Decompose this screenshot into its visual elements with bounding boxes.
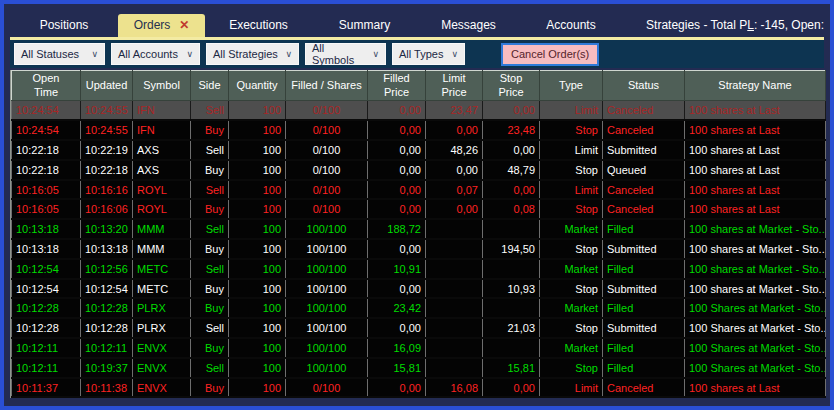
table-row[interactable]: 10:11:3710:11:38ENVXBuy1000/1000,0016,08… [12,378,826,398]
filter-dropdown-all-accounts[interactable]: All Accounts∨ [111,43,200,65]
cell-updated: 10:13:20 [81,219,133,239]
cell-stop_price: 48,79 [483,160,540,180]
cell-side: Sell [191,140,229,160]
cell-limit_price: 0,00 [426,199,483,219]
cancel-orders-button[interactable]: Cancel Order(s) [501,43,599,66]
cell-symbol: METC [133,259,191,279]
column-header-updated[interactable]: Updated [81,71,133,101]
table-row[interactable]: 10:12:5410:12:54METCBuy100100/1000,0010,… [12,279,826,299]
tab-summary[interactable]: Summary [312,14,417,37]
cell-updated: 10:22:18 [81,160,133,180]
cell-type: Market [540,219,603,239]
column-header-side[interactable]: Side [191,71,229,101]
tab-orders[interactable]: Orders✕ [118,14,205,37]
tab-executions[interactable]: Executions [205,14,312,37]
cell-limit_price [426,259,483,279]
column-header-symbol[interactable]: Symbol [133,71,191,101]
tab-label: Orders [134,14,171,37]
table-row[interactable]: 10:12:2810:12:28PLRXSell100100/1000,0021… [12,318,826,338]
cell-side: Buy [191,120,229,140]
table-row[interactable]: 10:16:0510:16:06ROYLBuy1000/1000,000,000… [12,199,826,219]
cell-side: Buy [191,338,229,358]
column-header-type[interactable]: Type [540,71,603,101]
filter-dropdown-all-strategies[interactable]: All Strategies∨ [206,43,299,65]
tab-accounts[interactable]: Accounts [520,14,622,37]
table-row[interactable]: 10:13:1810:13:18MMMBuy100100/1000,00194,… [12,239,826,259]
cell-filled_price: 0,00 [368,101,426,121]
cell-filled_shares: 0/100 [286,180,368,200]
cell-type: Limit [540,140,603,160]
dropdown-selected-value: All Strategies [213,48,278,60]
cell-stop_price [483,219,540,239]
cell-symbol: ENVX [133,338,191,358]
table-row[interactable]: 10:16:0510:16:16ROYLSell1000/1000,000,07… [12,180,826,200]
table-row[interactable]: 10:12:2810:12:28PLRXBuy100100/10023,42Ma… [12,298,826,318]
column-header-status[interactable]: Status [603,71,685,101]
cell-strategy_name: 100 shares at Last [685,378,826,398]
cell-filled_price: 16,09 [368,338,426,358]
cell-quantity: 100 [229,259,286,279]
cell-filled_shares: 100/100 [286,279,368,299]
column-header-stop_price[interactable]: Stop Price [483,71,540,101]
table-row[interactable]: 10:22:1810:22:19AXSSell1000/1000,0048,26… [12,140,826,160]
orders-table: Open TimeUpdatedSymbolSideQuantityFilled… [11,70,826,398]
cell-stop_price: 0,00 [483,140,540,160]
filter-dropdown-all-types[interactable]: All Types∨ [392,43,465,65]
cell-updated: 10:12:56 [81,259,133,279]
column-header-limit_price[interactable]: Limit Price [426,71,483,101]
orders-table-body: 10:24:5410:24:55IFNSell1000/1000,0023,47… [12,101,826,398]
cell-status: Canceled [603,378,685,398]
dropdown-selected-value: All Symbols [312,42,366,66]
cell-open_time: 10:11:37 [12,378,81,398]
cell-type: Market [540,259,603,279]
cell-strategy_name: 100 shares at Last [685,180,826,200]
column-header-quantity[interactable]: Quantity [229,71,286,101]
cell-filled_shares: 100/100 [286,259,368,279]
close-icon[interactable]: ✕ [179,14,189,37]
column-header-filled_price[interactable]: Filled Price [368,71,426,101]
cell-status: Filled [603,338,685,358]
strategies-summary-underline: L [747,18,754,32]
table-row[interactable]: 10:22:1810:22:18AXSBuy1000/1000,000,0048… [12,160,826,180]
tab-messages[interactable]: Messages [417,14,520,37]
column-header-open_time[interactable]: Open Time [12,71,81,101]
cell-side: Sell [191,219,229,239]
cell-limit_price: 0,07 [426,180,483,200]
cell-side: Buy [191,239,229,259]
cell-symbol: IFN [133,120,191,140]
cell-symbol: PLRX [133,298,191,318]
cell-status: Submitted [603,140,685,160]
cell-side: Sell [191,259,229,279]
table-row[interactable]: 10:12:1110:19:37ENVXSell100100/10015,811… [12,358,826,378]
cell-side: Sell [191,101,229,121]
cell-stop_price: 0,08 [483,199,540,219]
strategies-summary: Strategies - Total PL: -145, Open: [622,14,824,37]
column-header-strategy_name[interactable]: Strategy Name [685,71,826,101]
cell-updated: 10:24:55 [81,120,133,140]
cell-strategy_name: 100 Shares at Market - Sto... [685,338,826,358]
filter-bar: All Statuses∨All Accounts∨All Strategies… [10,40,824,68]
table-row[interactable]: 10:12:5410:12:56METCSell100100/10010,91M… [12,259,826,279]
chevron-down-icon: ∨ [372,49,379,59]
table-row[interactable]: 10:12:1110:12:11ENVXBuy100100/10016,09Ma… [12,338,826,358]
cell-filled_shares: 0/100 [286,120,368,140]
chevron-down-icon: ∨ [451,49,458,59]
cell-limit_price: 23,47 [426,101,483,121]
filter-dropdown-all-statuses[interactable]: All Statuses∨ [14,43,105,65]
cell-side: Sell [191,318,229,338]
cell-quantity: 100 [229,239,286,259]
cell-quantity: 100 [229,160,286,180]
filter-dropdown-all-symbols[interactable]: All Symbols∨ [305,43,386,65]
table-row[interactable]: 10:24:5410:24:55IFNSell1000/1000,0023,47… [12,101,826,121]
table-row[interactable]: 10:24:5410:24:55IFNBuy1000/1000,000,0023… [12,120,826,140]
cell-updated: 10:19:37 [81,358,133,378]
tab-positions[interactable]: Positions [10,14,118,37]
cell-status: Submitted [603,239,685,259]
cell-symbol: IFN [133,101,191,121]
table-row[interactable]: 10:13:1810:13:20MMMSell100100/100188,72M… [12,219,826,239]
cell-updated: 10:13:18 [81,239,133,259]
column-header-filled_shares[interactable]: Filled / Shares [286,71,368,101]
cell-filled_price: 15,81 [368,358,426,378]
cell-symbol: MMM [133,239,191,259]
cell-filled_price: 0,00 [368,239,426,259]
